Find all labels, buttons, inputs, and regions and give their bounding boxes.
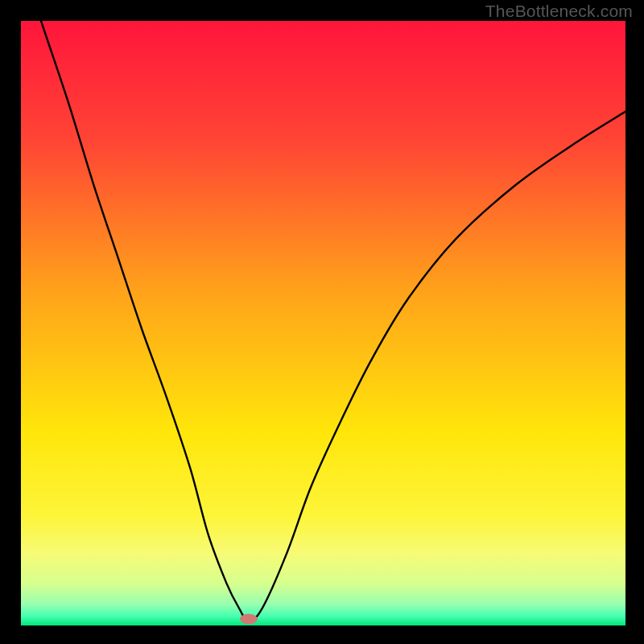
- chart-frame: TheBottleneck.com: [0, 0, 644, 644]
- plot-area: [21, 21, 625, 625]
- curve-layer: [21, 21, 625, 625]
- watermark-text: TheBottleneck.com: [485, 2, 633, 21]
- balance-marker: [240, 614, 258, 625]
- bottleneck-curve: [21, 21, 625, 621]
